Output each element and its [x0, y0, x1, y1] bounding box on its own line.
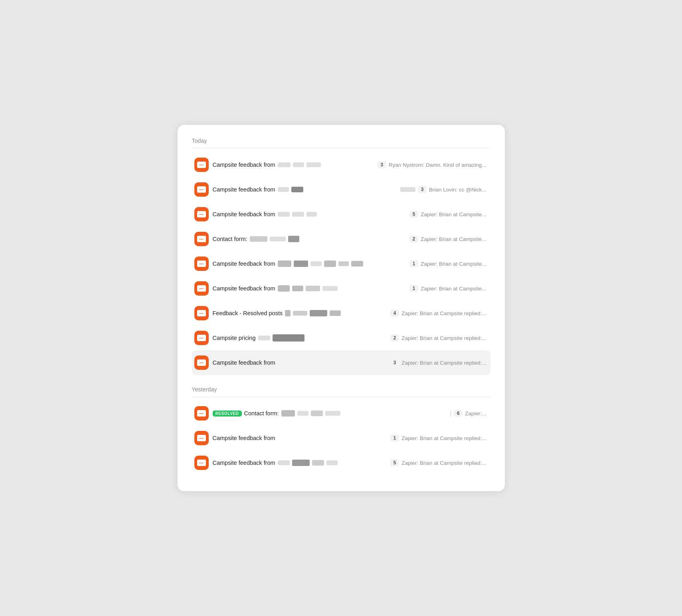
avatar — [194, 182, 209, 197]
item-content: Campsite feedback from — [213, 435, 387, 441]
redacted-block — [278, 212, 290, 217]
avatar — [194, 281, 209, 296]
count-badge: 6 — [454, 410, 463, 417]
preview-text: Zapier:... — [465, 411, 486, 417]
avatar — [194, 257, 209, 271]
campsite-icon — [197, 310, 206, 316]
preview-text: Zapier: Brian at Campsite replied:... — [401, 435, 486, 441]
item-title: Contact form: — [213, 236, 247, 242]
item-content: Campsite feedback from — [213, 359, 387, 366]
count-badge: 2 — [409, 235, 418, 243]
item-right: 1Zapier: Brian at Campsite... — [409, 285, 486, 292]
redacted-block — [324, 261, 336, 267]
section-label: Today — [192, 138, 490, 144]
list-item[interactable]: Campsite feedback from5Zapier: Brian at … — [192, 450, 490, 475]
avatar — [194, 331, 209, 345]
item-right: 1Zapier: Brian at Campsite replied:... — [390, 434, 486, 442]
preview-text: Zapier: Brian at Campsite... — [421, 261, 486, 267]
resolved-badge: RESOLVED — [213, 411, 242, 417]
list-item[interactable]: Campsite feedback from1Zapier: Brian at … — [192, 426, 490, 450]
count-badge: 5 — [390, 459, 399, 466]
redacted-block — [310, 261, 322, 266]
preview-text: Zapier: Brian at Campsite... — [421, 236, 486, 242]
list-item[interactable]: Campsite feedback from3Zapier: Brian at … — [192, 350, 490, 375]
item-title: Contact form: — [244, 410, 279, 417]
avatar — [194, 158, 209, 172]
redacted-block — [351, 261, 363, 267]
avatar — [194, 431, 209, 445]
redacted-block — [326, 460, 338, 465]
count-badge: 5 — [409, 211, 418, 218]
item-content: Feedback - Resolved posts — [213, 310, 387, 316]
redacted-block — [310, 310, 327, 316]
campsite-icon — [197, 236, 206, 242]
list-item[interactable]: Campsite feedback from3Brian Lovin: cc @… — [192, 177, 490, 202]
item-title: Campsite feedback from — [213, 186, 275, 193]
item-title: Campsite feedback from — [213, 261, 275, 267]
campsite-icon — [197, 359, 206, 366]
campsite-icon — [197, 186, 206, 193]
section-divider — [192, 148, 490, 148]
redacted-block — [306, 162, 321, 167]
avatar — [194, 406, 209, 421]
redacted-block — [293, 162, 304, 167]
campsite-icon — [197, 410, 206, 417]
item-right: 5Zapier: Brian at Campsite replied:... — [390, 459, 486, 466]
item-list: RESOLVEDContact form:|6Zapier:...Campsit… — [192, 401, 490, 475]
item-right: 2Zapier: Brian at Campsite replied:... — [390, 334, 486, 342]
list-item[interactable]: Campsite pricing2Zapier: Brian at Campsi… — [192, 326, 490, 350]
item-title: Feedback - Resolved posts — [213, 310, 283, 316]
preview-text: Ryan Nystrom: Damn. Kind of amazing... — [389, 162, 486, 168]
redacted-block — [322, 286, 338, 291]
list-item[interactable]: Campsite feedback from3Ryan Nystrom: Dam… — [192, 152, 490, 177]
item-right: 3Brian Lovin: cc @Nick... — [400, 186, 486, 193]
list-item[interactable]: Campsite feedback from1Zapier: Brian at … — [192, 276, 490, 301]
redacted-block — [312, 460, 324, 466]
list-item[interactable]: Contact form:2Zapier: Brian at Campsite.… — [192, 227, 490, 251]
list-item[interactable]: RESOLVEDContact form:|6Zapier:... — [192, 401, 490, 426]
item-list: Campsite feedback from3Ryan Nystrom: Dam… — [192, 152, 490, 375]
item-title: Campsite feedback from — [213, 285, 275, 292]
redacted-block — [278, 187, 289, 192]
count-badge: 3 — [378, 161, 386, 168]
list-item[interactable]: Campsite feedback from1Zapier: Brian at … — [192, 251, 490, 276]
preview-text: Zapier: Brian at Campsite replied:... — [401, 310, 486, 316]
avatar — [194, 355, 209, 370]
preview-text: Zapier: Brian at Campsite... — [421, 211, 486, 217]
campsite-icon — [197, 435, 206, 441]
item-right: 1Zapier: Brian at Campsite... — [409, 260, 486, 267]
item-content: Campsite feedback from — [213, 261, 406, 267]
redacted-block — [400, 187, 415, 192]
preview-text: Brian Lovin: cc @Nick... — [429, 187, 486, 193]
campsite-icon — [197, 460, 206, 466]
campsite-icon — [197, 162, 206, 168]
redacted-block — [250, 236, 267, 242]
avatar — [194, 207, 209, 221]
campsite-icon — [197, 261, 206, 267]
campsite-icon — [197, 335, 206, 341]
count-badge: 1 — [409, 260, 418, 267]
avatar — [194, 306, 209, 320]
item-right: |6Zapier:... — [450, 410, 486, 417]
list-item[interactable]: Feedback - Resolved posts4Zapier: Brian … — [192, 301, 490, 326]
item-content: Campsite pricing — [213, 334, 387, 342]
avatar — [194, 456, 209, 470]
count-badge: 3 — [418, 186, 427, 193]
item-content: Campsite feedback from — [213, 162, 374, 168]
item-content: Contact form: — [213, 236, 406, 242]
redacted-block — [270, 237, 286, 241]
redacted-block — [306, 212, 317, 217]
avatar — [194, 232, 209, 246]
redacted-block — [278, 261, 291, 267]
item-right: 3Zapier: Brian at Campsite replied:... — [390, 359, 486, 366]
count-badge: 3 — [390, 359, 399, 366]
item-right: 3Ryan Nystrom: Damn. Kind of amazing... — [378, 161, 486, 168]
item-content: Campsite feedback from — [213, 211, 406, 217]
redacted-block — [325, 411, 340, 416]
redacted-block — [278, 285, 290, 292]
count-badge: 4 — [390, 310, 399, 317]
redacted-block — [273, 334, 304, 342]
preview-text: Zapier: Brian at Campsite replied:... — [401, 335, 486, 341]
list-item[interactable]: Campsite feedback from5Zapier: Brian at … — [192, 202, 490, 227]
campsite-icon — [197, 211, 206, 217]
